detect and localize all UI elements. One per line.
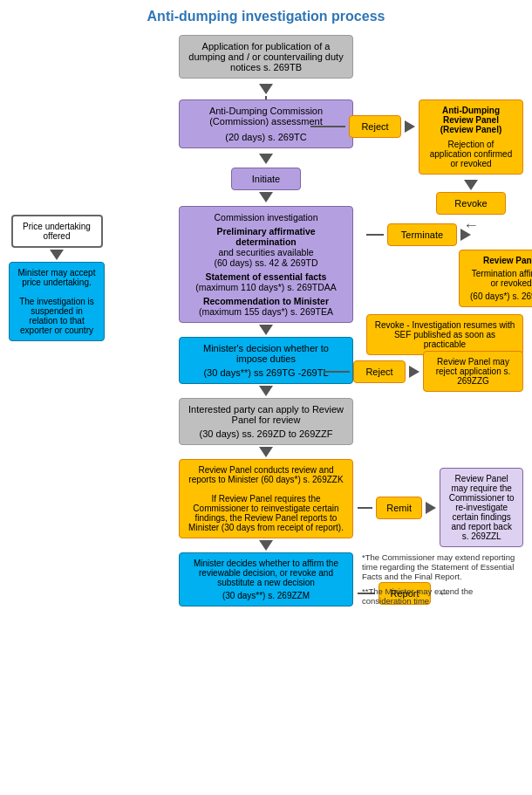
page-title: Anti-dumping investigation process — [9, 9, 523, 24]
invest-bold2: Statement of essential facts — [206, 271, 327, 282]
terminate-btn[interactable]: Terminate — [387, 223, 457, 246]
minister-accept-text: Minister may accept price undertaking. T… — [18, 268, 96, 335]
initiate-label: Initiate — [252, 174, 280, 184]
flow-diagram: Application for publication of a dumping… — [9, 35, 523, 607]
arrow-after-conducts — [259, 540, 273, 551]
minister-decision-title: Minister's decision whether to impose du… — [187, 343, 345, 364]
review-conducts-center: Review Panel conducts review and reports… — [179, 459, 353, 552]
commission-investigation-box: Commission investigation Preliminary aff… — [179, 206, 353, 323]
arrow-after-interested — [259, 447, 273, 457]
review-panel-sub-2: Termination affirmed or revoked — [467, 269, 532, 288]
interested-party-title: Interested party can apply to Review Pan… — [187, 404, 345, 425]
review-conducts-row: Review Panel conducts review and reports… — [9, 459, 523, 552]
invest-days2: (maximum 110 days*) s. 269TDAA — [187, 282, 345, 292]
invest-bold1: Preliminary affirmative determination — [187, 226, 345, 247]
reject-row: Reject — [310, 115, 415, 138]
main-flow: Application for publication of a dumping… — [9, 35, 523, 607]
review-panel-reject-text: Review Panel may reject application s. 2… — [436, 357, 511, 386]
review-panel-1: Anti-Dumping Review Panel (Review Panel)… — [419, 99, 523, 175]
invest-days3: (maximum 155 days*) s. 269TEA — [187, 306, 345, 317]
reject-connector: Reject — [310, 115, 415, 138]
terminate-row: Terminate — [366, 223, 523, 246]
review-panel-title-1: Anti-Dumping Review Panel (Review Panel) — [426, 106, 515, 134]
review-panel-days-2: (60 days*) s. 269ZZT — [467, 291, 532, 301]
application-box: Application for publication of a dumping… — [179, 35, 353, 79]
arrow-revoke — [464, 180, 478, 190]
invest-title: Commission investigation — [187, 212, 345, 223]
footnote-1-text: *The Commissioner may extend reporting t… — [362, 552, 515, 581]
invest-bold2-wrap: Statement of essential facts — [187, 271, 345, 282]
application-text: Application for publication of a dumping… — [188, 41, 343, 72]
arrow-after-initiate — [259, 192, 273, 202]
arrow-1 — [259, 84, 273, 94]
review-panel-sub-1: Rejection of application confirmed or re… — [426, 140, 515, 168]
review-panel-reject-box: Review Panel may reject application s. 2… — [423, 351, 523, 392]
remit-label: Remit — [386, 503, 412, 513]
arrow-to-review2 — [460, 229, 471, 241]
investigation-row: Price undertaking offered Minister may a… — [9, 206, 523, 337]
invest-days1: (60 days) ss. 42 & 269TD — [187, 257, 345, 268]
review-panel-require-box: Review Panel may require the Commissione… — [440, 468, 523, 547]
review-conducts-box: Review Panel conducts review and reports… — [179, 459, 353, 538]
interested-party-box: Interested party can apply to Review Pan… — [179, 398, 353, 445]
minister-decides-title: Minister decides whether to affirm the r… — [187, 559, 345, 587]
investigation-center: Commission investigation Preliminary aff… — [179, 206, 353, 337]
invest-bold1-text: Preliminary affirmative determination — [216, 226, 315, 247]
minister-decides-center: Minister decides whether to affirm the r… — [179, 552, 353, 607]
reject-btn-2[interactable]: Reject — [353, 360, 406, 383]
reject-label-1: Reject — [361, 121, 388, 132]
arrow-to-minister — [50, 250, 64, 260]
price-undertaking-box: Price undertaking offered — [11, 215, 103, 248]
price-undertaking-text: Price undertaking offered — [23, 222, 91, 241]
footnote-1: *The Commissioner may extend reporting t… — [362, 552, 523, 581]
minister-decision-days: (30 days**) ss 269TG -269TL — [187, 367, 345, 378]
interested-party-section: Interested party can apply to Review Pan… — [179, 398, 353, 459]
footnote-2-text: **The Minister may extend the considerat… — [362, 586, 473, 606]
interested-party-days: (30 days) ss. 269ZD to 269ZZF — [187, 428, 345, 439]
hline-terminate — [366, 234, 384, 236]
arrow-to-reject-panel — [409, 366, 419, 378]
arrow-to-review1 — [405, 120, 415, 133]
review-conducts-text: Review Panel conducts review and reports… — [188, 465, 344, 532]
arrow-after-investigation — [259, 325, 273, 335]
invest-bold3-wrap: Recommendation to Minister — [187, 296, 345, 306]
left-side: Price undertaking offered Minister may a… — [9, 215, 105, 341]
remit-row: Remit Review Panel may require the Commi… — [358, 468, 523, 547]
footnotes: *The Commissioner may extend reporting t… — [362, 552, 523, 606]
invest-text1: and securities available — [187, 247, 345, 257]
initiate-button[interactable]: Initiate — [231, 168, 301, 190]
minister-decides-box: Minister decides whether to affirm the r… — [179, 552, 353, 607]
arrow-to-require — [426, 502, 436, 514]
minister-decides-row: Minister decides whether to affirm the r… — [9, 552, 523, 607]
initiate-arrow-area — [259, 152, 273, 166]
hline-reject — [310, 126, 345, 127]
commission-row: Anti-Dumping Commission (Commission) ass… — [9, 99, 523, 204]
review-panel-title-2: Review Panel — [467, 256, 532, 265]
minister-decision-row: Minister's decision whether to impose du… — [9, 337, 523, 398]
hline-reject2 — [324, 371, 350, 373]
review-panel-box2: Review Panel Termination affirmed or rev… — [459, 250, 523, 307]
minister-accept-box: Minister may accept price undertaking. T… — [9, 262, 105, 341]
remit-btn[interactable]: Remit — [376, 497, 422, 519]
arrow-after-minister — [259, 386, 273, 396]
review-panel-require-text: Review Panel may require the Commissione… — [449, 474, 515, 541]
reject-review-reject: Reject Review Panel may reject applicati… — [324, 351, 523, 392]
invest-bold3: Recommendation to Minister — [203, 296, 329, 306]
review-panel-2: Review Panel Termination affirmed or rev… — [459, 250, 532, 307]
footnote-2: **The Minister may extend the considerat… — [362, 586, 523, 606]
minister-decides-days: (30 days**) s. 269ZZM — [187, 591, 345, 600]
reject-btn-1[interactable]: Reject — [349, 115, 401, 138]
arrow-initiate — [259, 154, 273, 164]
terminate-label: Terminate — [401, 230, 443, 240]
reject-label-2: Reject — [365, 367, 392, 377]
hline-remit — [358, 507, 372, 509]
